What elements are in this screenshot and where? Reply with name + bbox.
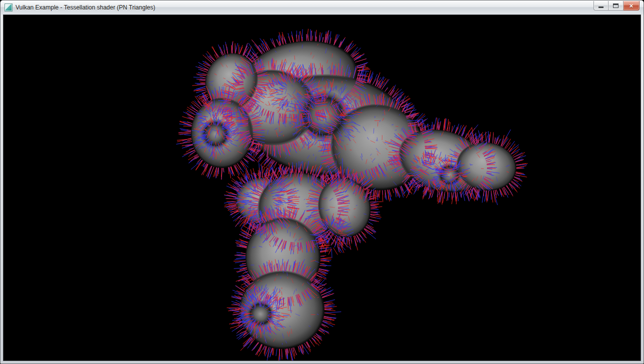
minimize-button[interactable]: [594, 1, 608, 10]
render-viewport[interactable]: [4, 15, 640, 360]
render-area: [3, 14, 641, 361]
window-controls: ×: [594, 1, 640, 10]
maximize-icon: [613, 4, 618, 8]
titlebar[interactable]: Vulkan Example - Tessellation shader (PN…: [0, 0, 644, 14]
close-button[interactable]: ×: [624, 1, 640, 10]
maximize-button[interactable]: [608, 1, 624, 10]
app-window: Vulkan Example - Tessellation shader (PN…: [0, 0, 644, 364]
minimize-icon: [598, 6, 604, 8]
app-icon: [4, 4, 12, 12]
close-icon: ×: [630, 2, 634, 9]
window-title: Vulkan Example - Tessellation shader (PN…: [16, 4, 210, 11]
